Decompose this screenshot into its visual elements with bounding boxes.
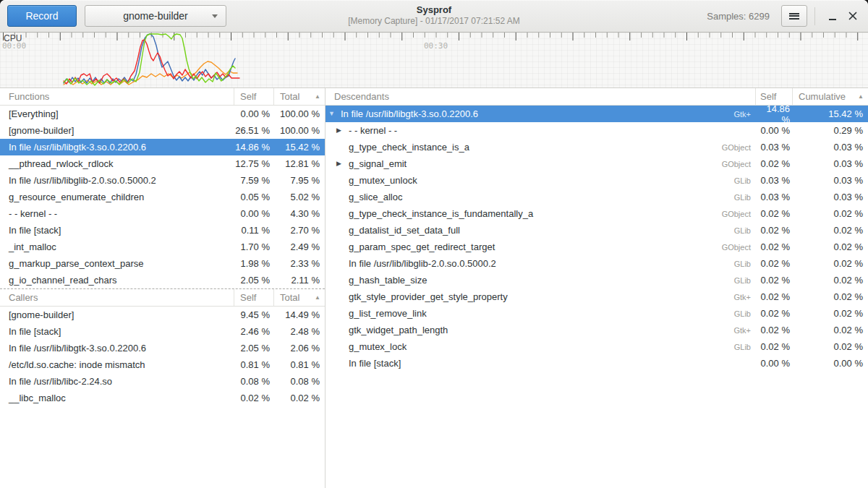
expander-closed-icon[interactable]: ▶	[336, 127, 347, 134]
minimize-button[interactable]	[822, 6, 843, 26]
expander-open-icon[interactable]: ▼	[328, 111, 339, 117]
function-total-cell: 2.33 %	[274, 258, 325, 269]
caller-self-cell: 0.02 %	[234, 393, 274, 403]
caller-row[interactable]: In file [stack]2.46 %2.48 %	[0, 323, 325, 340]
descendant-name-cell: - - kernel - -	[349, 125, 751, 136]
descendant-row[interactable]: ▶g_signal_emitGObject0.02 %0.03 %	[326, 155, 868, 172]
descendant-name-cell: g_param_spec_get_redirect_target	[349, 241, 722, 252]
functions-column-header[interactable]: Functions	[0, 88, 234, 105]
function-name-cell: g_io_channel_read_chars	[0, 275, 234, 286]
library-tag: GObject	[722, 160, 751, 168]
functions-total-column-header[interactable]: Total ▲	[274, 88, 325, 105]
window-title-block: Sysprof [Memory Capture] - 01/17/2017 07…	[348, 4, 519, 27]
function-name-cell: - - kernel - -	[0, 208, 234, 219]
caller-name-cell: In file /usr/lib/libgtk-3.so.0.2200.6	[0, 343, 234, 354]
function-row[interactable]: In file [stack]0.11 %2.70 %	[0, 222, 325, 239]
function-row[interactable]: _int_malloc1.70 %2.49 %	[0, 239, 325, 255]
time-label-mid: 00:30	[424, 41, 448, 51]
library-tag: GLib	[734, 276, 751, 285]
descendants-table: ▼In file /usr/lib/libgtk-3.so.0.2200.6Gt…	[326, 106, 868, 372]
function-row[interactable]: [Everything]0.00 %100.00 %	[0, 106, 325, 122]
caller-row[interactable]: In file /usr/lib/libgtk-3.so.0.2200.62.0…	[0, 340, 325, 356]
function-self-cell: 26.51 %	[234, 125, 274, 136]
descendant-row[interactable]: g_datalist_id_set_data_fullGLib0.02 %0.0…	[326, 222, 868, 239]
function-self-cell: 1.98 %	[234, 258, 274, 269]
function-total-cell: 4.30 %	[274, 208, 325, 219]
record-button[interactable]: Record	[7, 5, 77, 27]
function-name-cell: In file /usr/lib/libglib-2.0.so.0.5000.2	[0, 175, 234, 186]
function-self-cell: 1.70 %	[234, 241, 274, 252]
right-pane: Descendants Self Cumulative ▲ ▼In file /…	[326, 88, 868, 488]
descendant-row[interactable]: In file [stack]0.00 %0.00 %	[326, 355, 868, 372]
caller-row[interactable]: [gnome-builder]9.45 %14.49 %	[0, 307, 325, 323]
expander-closed-icon[interactable]: ▶	[336, 160, 347, 167]
menu-button[interactable]	[781, 5, 807, 27]
descendant-cumulative-cell: 0.02 %	[793, 225, 868, 236]
caller-row[interactable]: /etc/ld.so.cache: inode mismatch0.81 %0.…	[0, 356, 325, 373]
descendant-row[interactable]: g_mutex_unlockGLib0.03 %0.03 %	[326, 172, 868, 189]
descendant-cumulative-cell: 0.02 %	[793, 341, 868, 352]
descendant-row[interactable]: g_slice_allocGLib0.03 %0.03 %	[326, 189, 868, 205]
descendant-row[interactable]: gtk_style_provider_get_style_propertyGtk…	[326, 288, 868, 305]
callers-self-column-header[interactable]: Self	[234, 289, 274, 306]
callers-column-header[interactable]: Callers	[0, 289, 234, 306]
descendant-name-cell: g_hash_table_size	[349, 275, 734, 286]
chevron-down-icon	[212, 14, 218, 18]
caller-total-cell: 0.81 %	[274, 359, 325, 370]
descendant-self-cell: 0.00 %	[757, 358, 793, 369]
descendant-name-cell: g_mutex_unlock	[349, 175, 734, 186]
descendant-name-cell: g_datalist_id_set_data_full	[349, 225, 734, 236]
function-self-cell: 0.05 %	[234, 192, 274, 202]
caller-self-cell: 9.45 %	[234, 309, 274, 320]
headerbar: Record gnome-builder Sysprof [Memory Cap…	[0, 0, 868, 33]
function-row[interactable]: g_resource_enumerate_children0.05 %5.02 …	[0, 189, 325, 205]
descendant-row[interactable]: In file /usr/lib/libglib-2.0.so.0.5000.2…	[326, 255, 868, 272]
descendant-row[interactable]: g_type_check_instance_is_aGObject0.03 %0…	[326, 139, 868, 155]
caller-row[interactable]: In file /usr/lib/libc-2.24.so0.08 %0.08 …	[0, 373, 325, 390]
descendant-self-cell: 0.02 %	[757, 258, 793, 269]
function-total-cell: 100.00 %	[274, 108, 325, 119]
descendants-cumulative-column-header[interactable]: Cumulative ▲	[793, 88, 868, 105]
descendant-row[interactable]: g_mutex_lockGLib0.02 %0.02 %	[326, 338, 868, 355]
caller-name-cell: [gnome-builder]	[0, 309, 234, 320]
close-button[interactable]	[843, 6, 863, 26]
descendant-cumulative-cell: 0.02 %	[793, 275, 868, 286]
function-row[interactable]: In file /usr/lib/libgtk-3.so.0.2200.614.…	[0, 139, 325, 155]
callers-total-column-header[interactable]: Total ▲	[274, 289, 325, 306]
function-row[interactable]: [gnome-builder]26.51 %100.00 %	[0, 122, 325, 139]
descendant-row[interactable]: gtk_widget_path_lengthGtk+0.02 %0.02 %	[326, 322, 868, 338]
descendant-row[interactable]: g_list_remove_linkGLib0.02 %0.02 %	[326, 305, 868, 322]
library-tag: GObject	[722, 243, 751, 252]
descendant-self-cell: 0.03 %	[757, 175, 793, 186]
descendant-self-cell: 0.02 %	[757, 241, 793, 252]
functions-header-row: Functions Self Total ▲	[0, 88, 325, 106]
samples-count: Samples: 6299	[707, 11, 770, 22]
functions-table: [Everything]0.00 %100.00 %[gnome-builder…	[0, 106, 325, 288]
descendant-row[interactable]: g_hash_table_sizeGLib0.02 %0.02 %	[326, 272, 868, 288]
descendant-name-cell: In file [stack]	[349, 358, 751, 369]
descendant-row[interactable]: ▼In file /usr/lib/libgtk-3.so.0.2200.6Gt…	[326, 106, 868, 122]
descendants-column-header[interactable]: Descendants	[326, 88, 756, 105]
target-process-dropdown[interactable]: gnome-builder	[85, 5, 226, 27]
caller-name-cell: In file [stack]	[0, 326, 234, 337]
descendant-row[interactable]: g_param_spec_get_redirect_targetGObject0…	[326, 239, 868, 255]
function-row[interactable]: g_markup_parse_context_parse1.98 %2.33 %	[0, 255, 325, 272]
descendant-name-cell: g_signal_emit	[349, 158, 722, 169]
caller-name-cell: __libc_malloc	[0, 393, 234, 403]
descendant-row[interactable]: ▶- - kernel - -0.00 %0.29 %	[326, 122, 868, 139]
descendant-cumulative-cell: 0.29 %	[793, 125, 868, 136]
descendant-row[interactable]: g_type_check_instance_is_fundamentally_a…	[326, 205, 868, 222]
descendant-cumulative-cell: 0.03 %	[793, 192, 868, 202]
function-self-cell: 2.05 %	[234, 275, 274, 286]
function-row[interactable]: - - kernel - -0.00 %4.30 %	[0, 205, 325, 222]
functions-self-column-header[interactable]: Self	[234, 88, 274, 105]
function-name-cell: In file [stack]	[0, 225, 234, 236]
descendant-self-cell: 0.02 %	[757, 275, 793, 286]
target-process-label: gnome-builder	[123, 10, 188, 22]
descendant-cumulative-cell: 0.02 %	[793, 258, 868, 269]
function-row[interactable]: g_io_channel_read_chars2.05 %2.11 %	[0, 272, 325, 288]
function-row[interactable]: __pthread_rwlock_rdlock12.75 %12.81 %	[0, 155, 325, 172]
window-title: Sysprof	[348, 4, 519, 16]
function-row[interactable]: In file /usr/lib/libglib-2.0.so.0.5000.2…	[0, 172, 325, 189]
caller-row[interactable]: __libc_malloc0.02 %0.02 %	[0, 390, 325, 406]
